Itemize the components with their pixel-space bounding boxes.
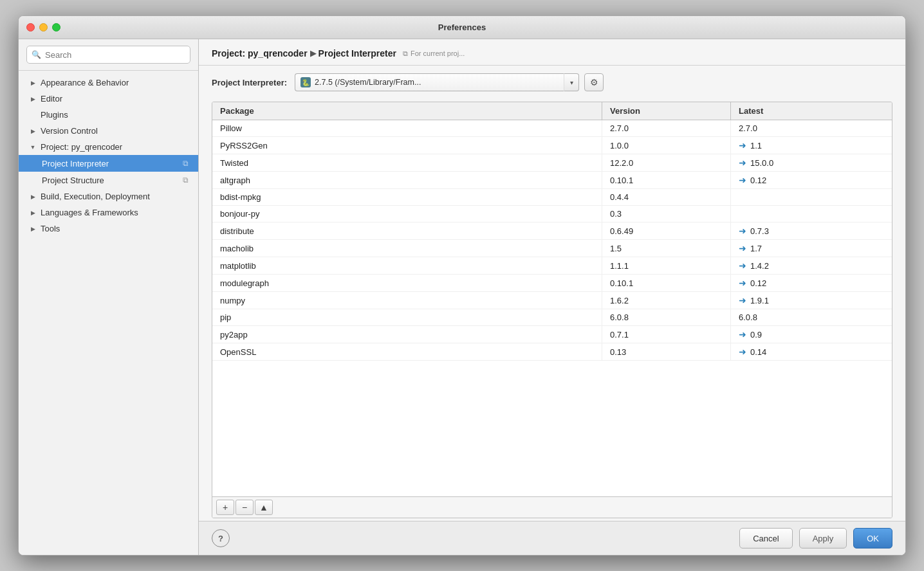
add-package-button[interactable]: +	[216, 500, 234, 515]
col-latest: Latest	[731, 102, 892, 120]
cell-version: 0.7.1	[602, 326, 731, 343]
table-row[interactable]: Pillow 2.7.0 2.7.0	[212, 120, 892, 137]
table-row[interactable]: macholib 1.5 ➜ 1.7	[212, 240, 892, 257]
update-arrow-icon: ➜	[739, 278, 746, 288]
search-container: 🔍	[19, 39, 198, 71]
cell-package: macholib	[212, 240, 602, 257]
sidebar-item-project[interactable]: Project: py_qrencoder	[19, 139, 198, 155]
sidebar-item-languages[interactable]: Languages & Frameworks	[19, 204, 198, 221]
search-wrapper: 🔍	[26, 46, 190, 64]
chevron-icon	[29, 79, 37, 87]
cell-latest: 2.7.0	[731, 120, 892, 136]
package-table: Package Version Latest Pillow 2.7.0 2.7.…	[212, 102, 892, 518]
maximize-button[interactable]	[52, 23, 60, 32]
upgrade-package-button[interactable]: ▲	[255, 500, 273, 515]
update-arrow-icon: ➜	[739, 175, 746, 185]
table-row[interactable]: numpy 1.6.2 ➜ 1.9.1	[212, 292, 892, 309]
table-row[interactable]: py2app 0.7.1 ➜ 0.9	[212, 326, 892, 343]
sidebar-item-appearance[interactable]: Appearance & Behavior	[19, 75, 198, 91]
sidebar-nav: Appearance & Behavior Editor Plugins Ver…	[19, 71, 198, 555]
sidebar-item-build[interactable]: Build, Execution, Deployment	[19, 188, 198, 204]
cell-version: 0.10.1	[602, 172, 731, 188]
table-row[interactable]: Twisted 12.2.0 ➜ 15.0.0	[212, 154, 892, 172]
cell-package: distribute	[212, 222, 602, 239]
table-row[interactable]: pip 6.0.8 6.0.8	[212, 309, 892, 326]
cell-latest: ➜ 0.9	[731, 326, 892, 343]
interpreter-value: 2.7.5 (/System/Library/Fram...	[315, 78, 421, 87]
update-arrow-icon: ➜	[739, 158, 746, 168]
sidebar-item-label: Plugins	[41, 110, 190, 120]
table-row[interactable]: PyRSS2Gen 1.0.0 ➜ 1.1	[212, 137, 892, 154]
minimize-button[interactable]	[39, 23, 48, 32]
cell-version: 12.2.0	[602, 154, 731, 171]
traffic-lights	[26, 23, 60, 32]
cell-latest: 6.0.8	[731, 309, 892, 325]
sidebar-item-editor[interactable]: Editor	[19, 91, 198, 107]
cell-version: 0.4.4	[602, 189, 731, 205]
copy-icon: ⧉	[180, 158, 190, 168]
table-row[interactable]: OpenSSL 0.13 ➜ 0.14	[212, 343, 892, 361]
breadcrumb-arrow: ▶	[310, 49, 316, 58]
sidebar-item-plugins[interactable]: Plugins	[19, 107, 198, 123]
cell-version: 0.10.1	[602, 275, 731, 291]
sidebar-item-project-interpreter[interactable]: Project Interpreter ⧉	[19, 155, 198, 172]
sidebar-item-version-control[interactable]: Version Control	[19, 123, 198, 139]
interpreter-label: Project Interpreter:	[212, 78, 287, 87]
chevron-icon	[29, 95, 37, 103]
cell-package: PyRSS2Gen	[212, 137, 602, 154]
help-button[interactable]: ?	[212, 529, 230, 547]
cancel-button[interactable]: Cancel	[739, 528, 792, 548]
chevron-icon	[29, 209, 37, 217]
table-row[interactable]: distribute 0.6.49 ➜ 0.7.3	[212, 222, 892, 240]
remove-package-button[interactable]: −	[236, 500, 254, 515]
cell-latest	[731, 206, 892, 222]
cell-latest: ➜ 15.0.0	[731, 154, 892, 171]
for-current-icon: ⧉	[403, 50, 408, 58]
breadcrumb-page: Project Interpreter	[319, 48, 396, 59]
sidebar-item-label: Build, Execution, Deployment	[41, 192, 190, 201]
interpreter-select[interactable]: 🐍 2.7.5 (/System/Library/Fram...	[295, 73, 564, 91]
table-row[interactable]: bdist-mpkg 0.4.4	[212, 189, 892, 206]
table-body: Pillow 2.7.0 2.7.0 PyRSS2Gen 1.0.0 ➜ 1.1…	[212, 120, 892, 496]
table-row[interactable]: matplotlib 1.1.1 ➜ 1.4.2	[212, 257, 892, 275]
cell-package: modulegraph	[212, 275, 602, 291]
sidebar-item-label: Languages & Frameworks	[41, 208, 190, 217]
cell-version: 6.0.8	[602, 309, 731, 325]
preferences-window: Preferences 🔍 Appearance & Behavior	[18, 15, 906, 556]
title-bar: Preferences	[19, 16, 905, 39]
cell-package: altgraph	[212, 172, 602, 188]
breadcrumb-project: Project: py_qrencoder	[212, 48, 308, 59]
ok-button[interactable]: OK	[853, 528, 892, 548]
cell-package: numpy	[212, 292, 602, 309]
window-title: Preferences	[438, 23, 486, 32]
close-button[interactable]	[26, 23, 35, 32]
interpreter-dropdown-button[interactable]: ▾	[564, 73, 579, 91]
table-row[interactable]: altgraph 0.10.1 ➜ 0.12	[212, 172, 892, 189]
interpreter-settings-button[interactable]: ⚙	[584, 73, 604, 91]
cell-latest: ➜ 1.9.1	[731, 292, 892, 309]
main-content: 🔍 Appearance & Behavior Editor Plugins	[19, 39, 905, 555]
sidebar-item-label: Version Control	[41, 126, 190, 136]
table-toolbar: + − ▲	[212, 496, 892, 518]
table-row[interactable]: modulegraph 0.10.1 ➜ 0.12	[212, 275, 892, 292]
cell-version: 1.1.1	[602, 257, 731, 274]
table-row[interactable]: bonjour-py 0.3	[212, 206, 892, 222]
sidebar-item-label: Project: py_qrencoder	[41, 142, 190, 152]
apply-button[interactable]: Apply	[799, 528, 847, 548]
search-input[interactable]	[26, 46, 190, 64]
table-header: Package Version Latest	[212, 102, 892, 120]
cell-latest: ➜ 0.7.3	[731, 222, 892, 239]
update-arrow-icon: ➜	[739, 226, 746, 236]
sidebar-item-project-structure[interactable]: Project Structure ⧉	[19, 172, 198, 188]
cell-latest: ➜ 0.12	[731, 275, 892, 291]
chevron-icon	[29, 193, 37, 201]
search-icon: 🔍	[32, 50, 41, 59]
cell-version: 0.6.49	[602, 222, 731, 239]
update-arrow-icon: ➜	[739, 347, 746, 357]
interpreter-row: Project Interpreter: 🐍 2.7.5 (/System/Li…	[199, 66, 905, 96]
cell-version: 1.0.0	[602, 137, 731, 154]
chevron-icon	[29, 225, 37, 233]
sidebar-item-tools[interactable]: Tools	[19, 221, 198, 237]
right-header: Project: py_qrencoder ▶ Project Interpre…	[199, 39, 905, 66]
cell-version: 1.5	[602, 240, 731, 257]
